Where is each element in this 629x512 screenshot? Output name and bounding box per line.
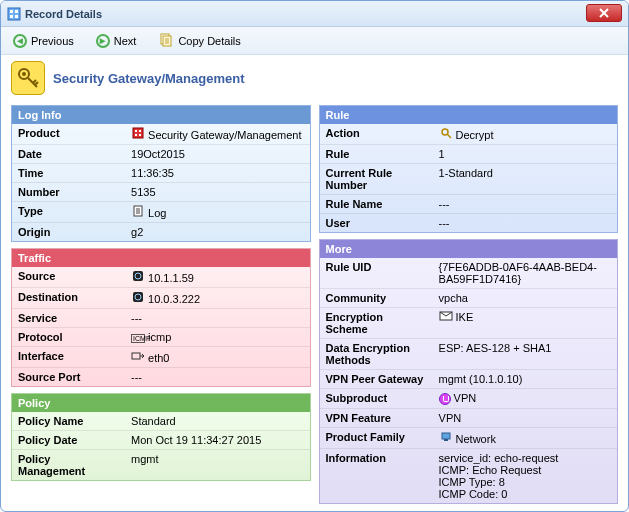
next-label: Next bbox=[114, 35, 137, 47]
main-scroll[interactable]: Log Info ProductSecurity Gateway/Managem… bbox=[1, 101, 628, 511]
next-icon: ► bbox=[96, 34, 110, 48]
field-label: Source bbox=[12, 267, 125, 288]
table-row: Rule UID{7FE6ADDB-0AF6-4AAB-BED4-BA59FF1… bbox=[320, 258, 618, 289]
table-row: Source Port--- bbox=[12, 368, 310, 387]
field-label: Current Rule Number bbox=[320, 164, 433, 195]
svg-rect-13 bbox=[135, 130, 137, 132]
table-row: Encryption SchemeIKE bbox=[320, 308, 618, 339]
traffic-panel: Traffic Source10.1.1.59 Destination10.0.… bbox=[11, 248, 311, 387]
field-value: 19Oct2015 bbox=[125, 145, 309, 164]
right-column: Rule ActionDecrypt Rule1 Current Rule Nu… bbox=[319, 105, 619, 504]
svg-rect-12 bbox=[133, 128, 143, 138]
field-label: Policy Name bbox=[12, 412, 125, 431]
field-value: mgmt (10.1.0.10) bbox=[433, 370, 617, 389]
field-value: Standard bbox=[125, 412, 309, 431]
more-header: More bbox=[320, 240, 618, 258]
field-value: 1 bbox=[433, 145, 617, 164]
field-label: Rule Name bbox=[320, 195, 433, 214]
titlebar: Record Details bbox=[1, 1, 628, 27]
rule-header: Rule bbox=[320, 106, 618, 124]
table-row: Time11:36:35 bbox=[12, 164, 310, 183]
svg-rect-1 bbox=[10, 10, 13, 13]
field-value: VPN bbox=[433, 409, 617, 428]
table-row: Communityvpcha bbox=[320, 289, 618, 308]
copy-details-label: Copy Details bbox=[178, 35, 240, 47]
svg-rect-25 bbox=[132, 353, 140, 359]
field-label: Data Encryption Methods bbox=[320, 339, 433, 370]
table-row: Data Encryption MethodsESP: AES-128 + SH… bbox=[320, 339, 618, 370]
field-label: Community bbox=[320, 289, 433, 308]
field-value: Mon Oct 19 11:34:27 2015 bbox=[125, 431, 309, 450]
field-label: Product Family bbox=[320, 428, 433, 449]
svg-rect-3 bbox=[10, 15, 13, 18]
svg-rect-16 bbox=[139, 134, 141, 136]
protocol-icon: ICMP bbox=[131, 334, 145, 343]
record-type-title: Security Gateway/Management bbox=[53, 71, 244, 86]
field-label: User bbox=[320, 214, 433, 233]
ike-icon bbox=[439, 311, 453, 323]
field-value: Security Gateway/Management bbox=[125, 124, 309, 145]
field-value: 10.1.1.59 bbox=[125, 267, 309, 288]
field-label: Policy Management bbox=[12, 450, 125, 481]
rule-panel: Rule ActionDecrypt Rule1 Current Rule Nu… bbox=[319, 105, 619, 233]
content: Security Gateway/Management Log Info Pro… bbox=[1, 55, 628, 511]
record-details-window: Record Details ◄ Previous ► Next Copy De… bbox=[0, 0, 629, 512]
field-value: --- bbox=[125, 309, 309, 328]
table-row: TypeLog bbox=[12, 202, 310, 223]
field-value: Network bbox=[433, 428, 617, 449]
table-row: Interfaceeth0 bbox=[12, 347, 310, 368]
field-label: Encryption Scheme bbox=[320, 308, 433, 339]
field-label: Rule UID bbox=[320, 258, 433, 289]
table-row: Origing2 bbox=[12, 223, 310, 242]
table-row: VPN Peer Gatewaymgmt (10.1.0.10) bbox=[320, 370, 618, 389]
host-icon bbox=[131, 291, 145, 305]
field-value: IKE bbox=[433, 308, 617, 339]
vpn-badge-icon bbox=[439, 393, 451, 405]
previous-label: Previous bbox=[31, 35, 74, 47]
next-button[interactable]: ► Next bbox=[92, 32, 141, 50]
field-label: Subproduct bbox=[320, 389, 433, 409]
host-icon bbox=[131, 270, 145, 284]
field-label: Interface bbox=[12, 347, 125, 368]
field-label: VPN Feature bbox=[320, 409, 433, 428]
policy-panel: Policy Policy NameStandard Policy DateMo… bbox=[11, 393, 311, 481]
table-row: ProtocolICMPicmp bbox=[12, 328, 310, 347]
field-value: ESP: AES-128 + SHA1 bbox=[433, 339, 617, 370]
field-label: Time bbox=[12, 164, 125, 183]
log-info-panel: Log Info ProductSecurity Gateway/Managem… bbox=[11, 105, 311, 242]
svg-point-11 bbox=[22, 72, 26, 76]
table-row: Current Rule Number1-Standard bbox=[320, 164, 618, 195]
table-row: ProductSecurity Gateway/Management bbox=[12, 124, 310, 145]
svg-rect-0 bbox=[8, 8, 20, 20]
prev-icon: ◄ bbox=[13, 34, 27, 48]
copy-details-button[interactable]: Copy Details bbox=[154, 30, 244, 52]
table-row: Date19Oct2015 bbox=[12, 145, 310, 164]
record-header: Security Gateway/Management bbox=[1, 55, 628, 101]
field-label: VPN Peer Gateway bbox=[320, 370, 433, 389]
table-row: Product FamilyNetwork bbox=[320, 428, 618, 449]
field-label: Origin bbox=[12, 223, 125, 242]
field-value: --- bbox=[125, 368, 309, 387]
field-value: --- bbox=[433, 195, 617, 214]
field-value: eth0 bbox=[125, 347, 309, 368]
toolbar: ◄ Previous ► Next Copy Details bbox=[1, 27, 628, 55]
log-icon bbox=[131, 205, 145, 219]
table-row: Rule1 bbox=[320, 145, 618, 164]
table-row: Destination10.0.3.222 bbox=[12, 288, 310, 309]
table-row: Policy NameStandard bbox=[12, 412, 310, 431]
field-label: Policy Date bbox=[12, 431, 125, 450]
field-value: vpcha bbox=[433, 289, 617, 308]
table-row: Source10.1.1.59 bbox=[12, 267, 310, 288]
decrypt-icon bbox=[439, 127, 453, 141]
field-value: 1-Standard bbox=[433, 164, 617, 195]
table-row: User--- bbox=[320, 214, 618, 233]
close-button[interactable] bbox=[586, 4, 622, 22]
log-info-header: Log Info bbox=[12, 106, 310, 124]
field-label: Information bbox=[320, 449, 433, 504]
field-value: g2 bbox=[125, 223, 309, 242]
previous-button[interactable]: ◄ Previous bbox=[9, 32, 78, 50]
field-label: Protocol bbox=[12, 328, 125, 347]
table-row: Number5135 bbox=[12, 183, 310, 202]
field-value: --- bbox=[433, 214, 617, 233]
field-label: Service bbox=[12, 309, 125, 328]
